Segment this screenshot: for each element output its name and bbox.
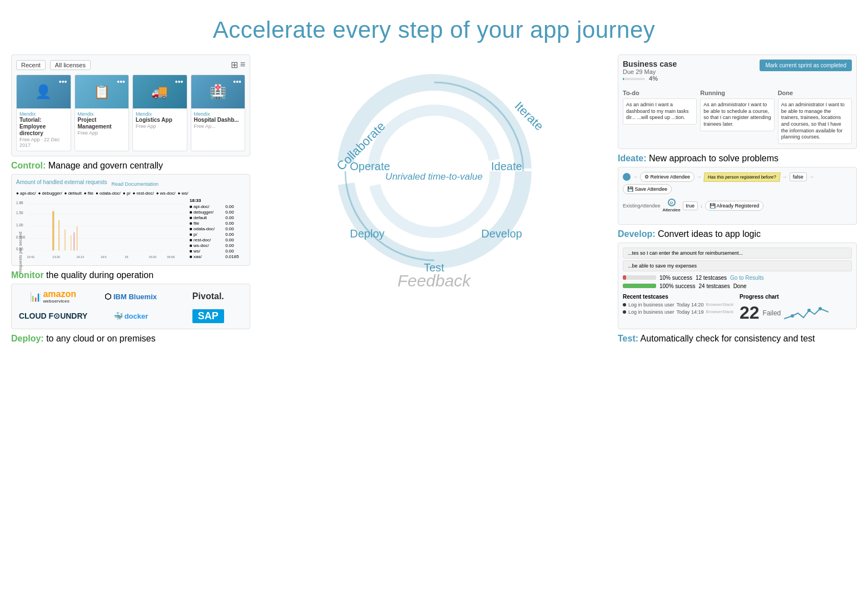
tc-tool-1: BrowserStack: [706, 302, 733, 307]
svg-text:19:0: 19:0: [101, 255, 107, 259]
stat-label: ■ odata-doc/: [190, 226, 221, 231]
list-icon: ≡: [240, 60, 245, 70]
cloudfoundry-logo: CLOUD F ⊙UNDRY: [17, 311, 89, 320]
stats-time: 18:33: [190, 198, 245, 203]
toolbar-icons: ⊞ ≡: [231, 60, 245, 70]
test-result-row-2: 100% success 24 testcases Done: [623, 283, 852, 289]
monitor-panel: Amount of handled external requests Read…: [11, 174, 250, 266]
monitor-section-label: Monitor the quality during operation: [11, 266, 250, 284]
app-card-image: ••• 📋: [75, 75, 129, 108]
app-name: Tutorial: Employee directory: [19, 117, 68, 137]
svg-text:16:13: 16:13: [77, 255, 85, 259]
legend-item: ● odata-doc/: [96, 191, 121, 196]
legend-item: ● rest-doc/: [133, 191, 154, 196]
tc-dot: [623, 303, 626, 306]
stat-label: ■ ws-doc/: [190, 243, 221, 248]
main-title: Accelerate every step of your app journe…: [0, 0, 868, 55]
svg-text:1.86: 1.86: [16, 201, 23, 205]
app-meta: Free App · 22 Dec 2017: [19, 137, 68, 148]
ideate-text: New approach to solve problems: [649, 154, 778, 163]
foundry-text: ⊙UNDRY: [53, 311, 87, 320]
kanban-todo-col: To-do As an admin I want a dashboard to …: [623, 90, 697, 144]
app-meta: Free App: [136, 123, 184, 129]
test-count-1: 12 testcases: [696, 275, 727, 281]
develop-label: Develop: [482, 227, 522, 240]
sprint-header: Business case Due 29 May 4% Mark current…: [623, 60, 852, 86]
app-card[interactable]: ••• 🏥 Mendix Hospital Dashb... Free Ap..…: [191, 75, 246, 151]
app-provider: Mendix: [194, 111, 242, 117]
app-card-body: Mendix Logistics App Free App: [133, 108, 187, 132]
test-results: 10% success 12 testcases Go to Results 1…: [623, 275, 852, 289]
flow-start: [623, 173, 631, 181]
app-name: Project Management: [78, 117, 126, 130]
flow-diagram: → ⚙ Retrieve Attendee → Has this person …: [623, 172, 852, 194]
running-header: Running: [700, 90, 774, 96]
tc-row-2: Log in business user Today 14:19 Browser…: [623, 309, 735, 315]
svg-text:1.50: 1.50: [16, 211, 23, 215]
kanban-columns: To-do As an admin I want a dashboard to …: [623, 90, 852, 144]
left-column: Recent All licenses ⊞ ≡ ••• 👤: [11, 55, 250, 347]
app-card[interactable]: ••• 👤 Mendix Tutorial: Employee director…: [16, 75, 71, 151]
todo-header: To-do: [623, 90, 697, 96]
app-provider: Mendix: [19, 111, 68, 117]
flow-arrow: →: [633, 174, 638, 180]
page-wrapper: Accelerate every step of your app journe…: [0, 0, 868, 609]
svg-point-27: [819, 307, 822, 310]
test-text: Automatically check for consistency and …: [641, 334, 815, 343]
test-label: Test: [424, 261, 444, 274]
chart-legend: ● api-doc/ ● debugger/ ● default ● file …: [16, 191, 245, 196]
stat-label: ■ api-doc/: [190, 204, 221, 209]
app-name: Logistics App: [136, 117, 184, 123]
svg-text:13:26: 13:26: [52, 255, 60, 259]
existing-label: ExistingAttendee: [623, 203, 661, 209]
all-licenses-button[interactable]: All licenses: [50, 60, 91, 70]
tc-time-2: Today 14:19: [677, 309, 704, 315]
app-store-panel: Recent All licenses ⊞ ≡ ••• 👤: [11, 55, 250, 156]
stats-rows: ■ api-doc/0.00 ■ debugger/0.00 ■ default…: [190, 204, 245, 259]
flow-arrow: ↓: [700, 203, 703, 209]
chart-wrapper: Requests per second 1.86 1.50 1.00 0.500…: [16, 198, 185, 261]
test-success-1: 10% success: [659, 275, 692, 281]
todo-card: As an admin I want a dashboard to my mai…: [623, 98, 697, 125]
deploy-cycle-label: Deploy: [350, 227, 384, 240]
kanban-running-col: Running As an administrator I want to be…: [700, 90, 774, 144]
sprint-info: Business case Due 29 May 4%: [623, 60, 677, 86]
legend-item: ● ws/: [177, 191, 188, 196]
goto-results-link[interactable]: Go to Results: [730, 275, 764, 281]
failed-count-row: 22 Failed: [740, 302, 852, 324]
flow-arrow: →: [782, 174, 787, 180]
svg-text:03:20: 03:20: [149, 255, 157, 259]
recent-button[interactable]: Recent: [16, 60, 46, 70]
stat-val: 0.00: [225, 210, 245, 215]
app-meta: Free App: [78, 130, 126, 136]
mark-sprint-button[interactable]: Mark current sprint as completed: [760, 60, 852, 71]
develop-keyword: Develop:: [618, 229, 656, 239]
stat-label: ■ ws/: [190, 249, 221, 254]
read-doc-link[interactable]: Read Documentation: [111, 181, 158, 187]
recent-testcases: Recent testcases Log in business user To…: [623, 294, 735, 324]
stat-val: 0.00: [225, 237, 245, 242]
cycle-diagram: Operate Ideate Develop Deploy Test Colla…: [334, 71, 534, 283]
pivotal-text: Pivotal.: [192, 291, 224, 301]
stat-label: ■ xas/: [190, 254, 221, 259]
app-card[interactable]: ••• 📋 Mendix Project Management Free App: [75, 75, 130, 151]
ideate-keyword: Ideate:: [618, 154, 647, 163]
stat-val: 0.00: [225, 232, 245, 237]
svg-rect-10: [52, 211, 54, 251]
todo-text: As an admin I want a dashboard to my mai…: [626, 102, 689, 120]
app-provider: Mendix: [136, 111, 184, 117]
app-card-dots: •••: [175, 77, 183, 86]
flow-arrow: →: [809, 174, 814, 180]
app-card[interactable]: ••• 🚚 Mendix Logistics App Free App: [132, 75, 187, 151]
stat-label: ■ p/: [190, 232, 221, 237]
test-bottom: Recent testcases Log in business user To…: [623, 294, 852, 324]
develop-text: Convert ideas to app logic: [658, 229, 761, 239]
test-bar-2: [623, 284, 656, 288]
test-bar-1: [623, 275, 656, 280]
test-keyword: Test:: [618, 334, 638, 343]
app-card-dots: •••: [117, 77, 125, 86]
test-query-1: ...tes so I can enter the amount for rei…: [623, 247, 852, 259]
legend-item: ● default: [65, 191, 82, 196]
stat-label: ■ default: [190, 215, 221, 220]
test-count-2: 24 testcases: [698, 283, 730, 289]
